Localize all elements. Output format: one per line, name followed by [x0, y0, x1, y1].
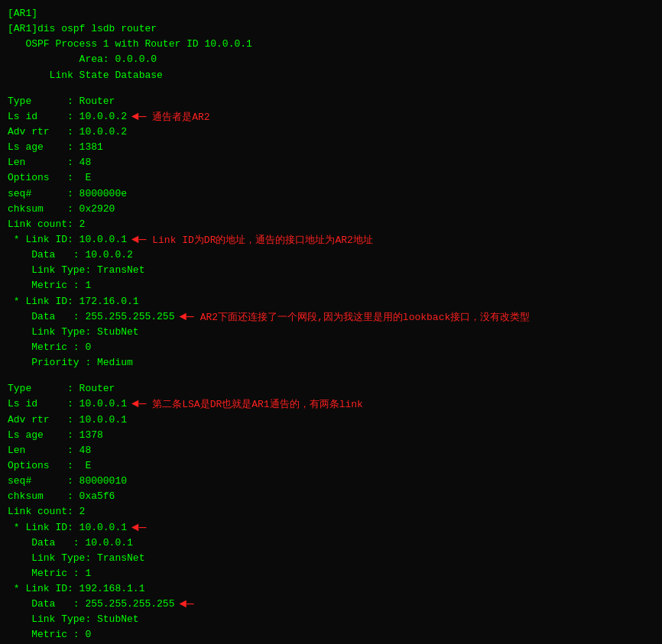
- annotation-arrow-3: ◄—: [179, 310, 193, 324]
- lsa2-type: Type : Router: [8, 381, 654, 396]
- lsa1-link2-data: Data : 255.255.255.255: [8, 309, 174, 325]
- lsa2-link2-metric: Metric : 0: [8, 627, 654, 642]
- annotation-arrow-1: ◄—: [131, 110, 146, 124]
- lsa1-link2-metric: Metric : 0: [8, 340, 654, 355]
- lsa1-type-row: Type : Router: [8, 94, 654, 109]
- lsa2-link1-metric: Metric : 1: [8, 566, 654, 581]
- lsa2-chksum: chksum : 0xa5f6: [8, 489, 654, 504]
- prompt-line-1: [AR1]: [8, 6, 654, 21]
- header-line1: OSPF Process 1 with Router ID 10.0.0.1: [8, 37, 654, 52]
- lsa2-link2data-row: Data : 255.255.255.255 ◄—: [8, 597, 654, 612]
- lsa2-link1-id: * Link ID: 10.0.0.1: [8, 520, 127, 536]
- annotation-arrow-2: ◄—: [131, 233, 146, 247]
- lsa1-link2-priority: Priority : Medium: [8, 355, 654, 371]
- lsa2-link1-data: Data : 10.0.0.1: [8, 536, 654, 551]
- lsa1-type: Type : Router: [8, 94, 115, 109]
- lsa2-lsage: Ls age : 1378: [8, 428, 654, 443]
- annotation-text-1: 通告者是AR2: [152, 110, 209, 124]
- lsa1-link2-id: * Link ID: 172.16.0.1: [8, 294, 139, 309]
- lsa2-linkcount: Link count: 2: [8, 504, 654, 519]
- lsa2-seq: seq# : 80000010: [8, 474, 654, 489]
- lsa1-link1-id: * Link ID: 10.0.0.1: [8, 232, 127, 248]
- annotation-arrow-5: ◄—: [131, 521, 146, 535]
- lsa1-options: Options : E: [8, 170, 654, 186]
- annotation-arrow-4: ◄—: [131, 397, 146, 411]
- lsa1-seq: seq# : 8000000e: [8, 186, 654, 202]
- lsa2-link2-id: * Link ID: 192.168.1.1: [8, 581, 654, 597]
- lsa1-len: Len : 48: [8, 155, 654, 170]
- lsa2-link2-type: Link Type: StubNet: [8, 612, 654, 627]
- lsa1-lsage: Ls age : 1381: [8, 140, 654, 155]
- lsa1-link1id-row: * Link ID: 10.0.0.1 ◄— Link ID为DR的地址，通告的…: [8, 232, 654, 248]
- lsa2-link1id-row: * Link ID: 10.0.0.1 ◄—: [8, 520, 654, 536]
- lsa1-lsid: Ls id : 10.0.0.2: [8, 109, 127, 125]
- lsa1-link1-data: Data : 10.0.0.2: [8, 248, 654, 263]
- lsa2-lsid-row: Ls id : 10.0.0.1 ◄— 第二条LSA是DR也就是AR1通告的，有…: [8, 396, 654, 412]
- lsa2-link2-data: Data : 255.255.255.255: [8, 597, 174, 612]
- terminal-window: [AR1] [AR1]dis ospf lsdb router OSPF Pro…: [8, 6, 654, 644]
- lsa1-lsid-row: Ls id : 10.0.0.2 ◄— 通告者是AR2: [8, 109, 654, 125]
- header-line2: Area: 0.0.0.0: [8, 52, 654, 67]
- lsa1-advrtr: Adv rtr : 10.0.0.2: [8, 125, 654, 140]
- lsa1-chksum: chksum : 0x2920: [8, 202, 654, 217]
- lsa2-len: Len : 48: [8, 443, 654, 458]
- annotation-arrow-6: ◄—: [179, 597, 193, 611]
- lsa2-options: Options : E: [8, 458, 654, 474]
- annotation-text-4: 第二条LSA是DR也就是AR1通告的，有两条link: [152, 397, 363, 411]
- lsa1-link2data-row: Data : 255.255.255.255 ◄— AR2下面还连接了一个网段,…: [8, 309, 654, 325]
- command-line: [AR1]dis ospf lsdb router: [8, 21, 654, 37]
- header-line3: Link State Database: [8, 68, 654, 83]
- lsa1-link2-type: Link Type: StubNet: [8, 325, 654, 340]
- lsa1-link2id-row: * Link ID: 172.16.0.1: [8, 294, 654, 309]
- lsa2-advrtr: Adv rtr : 10.0.0.1: [8, 413, 654, 428]
- annotation-text-2: Link ID为DR的地址，通告的接口地址为AR2地址: [152, 233, 373, 247]
- annotation-text-3: AR2下面还连接了一个网段,因为我这里是用的lookback接口，没有改类型: [200, 310, 531, 324]
- lsa2-link1-type: Link Type: TransNet: [8, 551, 654, 566]
- lsa1-linkcount: Link count: 2: [8, 217, 654, 232]
- lsa2-lsid: Ls id : 10.0.0.1: [8, 396, 127, 412]
- lsa1-link1-type: Link Type: TransNet: [8, 263, 654, 278]
- lsa1-link1-metric: Metric : 1: [8, 278, 654, 293]
